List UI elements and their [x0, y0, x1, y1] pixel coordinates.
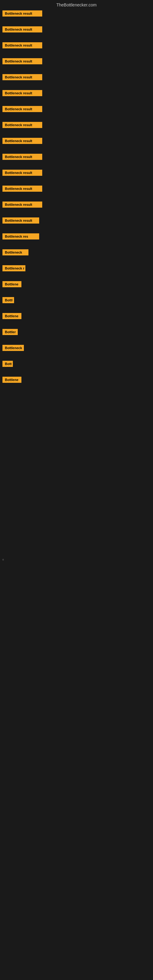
bottleneck-badge[interactable]: Bottleneck result — [2, 170, 42, 176]
list-item[interactable]: Bottleneck result — [1, 184, 152, 194]
list-item[interactable]: Bott — [1, 359, 152, 369]
site-title: TheBottlenecker.com — [56, 2, 97, 7]
site-header: TheBottlenecker.com — [0, 0, 153, 9]
bottleneck-badge[interactable]: Bottlene — [2, 313, 21, 319]
bottleneck-badge[interactable]: Bottleneck result — [2, 106, 42, 112]
list-item[interactable]: Bottleneck — [1, 247, 152, 257]
list-item[interactable]: Bottleneck result — [1, 72, 152, 82]
bottleneck-badge[interactable]: Bottleneck result — [2, 186, 42, 192]
bottleneck-badge[interactable]: Bottleneck result — [2, 122, 42, 128]
bottleneck-badge[interactable]: Bottleneck — [2, 249, 29, 255]
list-item[interactable]: Bottleneck result — [1, 56, 152, 66]
bottleneck-badge[interactable]: Bottlene — [2, 281, 21, 287]
bottleneck-badge[interactable]: Bottlene — [2, 377, 21, 383]
list-item[interactable]: Bottlene — [1, 375, 152, 385]
bottleneck-badge[interactable]: Bott — [2, 361, 13, 367]
list-item[interactable]: Bottleneck result — [1, 216, 152, 225]
bottleneck-badge[interactable]: Bottleneck result — [2, 74, 42, 80]
bottleneck-badge[interactable]: Bottleneck r — [2, 265, 26, 271]
bottleneck-badge[interactable]: Bottleneck result — [2, 26, 42, 32]
bottleneck-badge[interactable]: Bottleneck — [2, 345, 24, 351]
bottleneck-badge[interactable]: Bottleneck result — [2, 202, 42, 208]
bottleneck-badge[interactable]: Bottl — [2, 297, 14, 303]
bottom-area: 0 — [0, 403, 153, 745]
tiny-label: 0 — [1, 558, 4, 561]
bottleneck-badge[interactable]: Bottleneck result — [2, 90, 42, 96]
list-item[interactable]: Bottleneck result — [1, 120, 152, 130]
bottleneck-badge[interactable]: Bottler — [2, 329, 18, 335]
list-item[interactable]: Bottleneck result — [1, 40, 152, 50]
bottleneck-badge[interactable]: Bottleneck result — [2, 154, 42, 160]
list-item[interactable]: Bottleneck result — [1, 9, 152, 18]
list-item[interactable]: Bottleneck result — [1, 152, 152, 162]
list-item[interactable]: Bottleneck result — [1, 136, 152, 146]
bottleneck-badge[interactable]: Bottleneck result — [2, 218, 39, 224]
bottleneck-badge[interactable]: Bottleneck result — [2, 42, 42, 48]
list-item[interactable]: Bottleneck r — [1, 263, 152, 273]
bottleneck-badge[interactable]: Bottleneck result — [2, 10, 42, 16]
list-item[interactable]: Bottleneck result — [1, 24, 152, 34]
bottleneck-badge[interactable]: Bottleneck result — [2, 138, 42, 144]
list-item[interactable]: Bottleneck res — [1, 232, 152, 241]
list-item[interactable]: Bottleneck result — [1, 104, 152, 114]
list-item[interactable]: Bottlene — [1, 311, 152, 321]
items-container: Bottleneck result Bottleneck result Bott… — [0, 9, 153, 385]
bottleneck-badge[interactable]: Bottleneck result — [2, 58, 42, 64]
list-item[interactable]: Bottlene — [1, 279, 152, 289]
bottleneck-badge[interactable]: Bottleneck res — [2, 233, 39, 240]
list-item[interactable]: Bottler — [1, 327, 152, 337]
list-item[interactable]: Bottleneck result — [1, 88, 152, 98]
list-item[interactable]: Bottleneck — [1, 343, 152, 353]
list-item[interactable]: Bottl — [1, 295, 152, 305]
list-item[interactable]: Bottleneck result — [1, 168, 152, 178]
list-item[interactable]: Bottleneck result — [1, 200, 152, 210]
